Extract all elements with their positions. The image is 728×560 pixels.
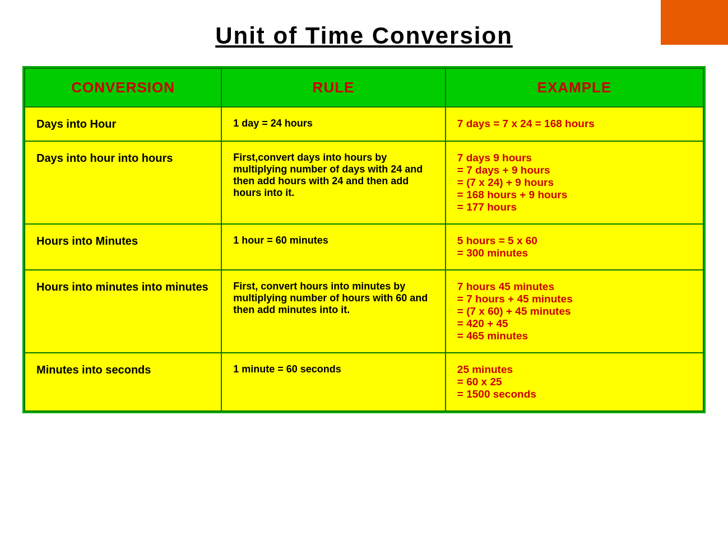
header-rule: RULE: [221, 68, 446, 107]
conversion-cell: Hours into Minutes: [25, 224, 221, 270]
table-row: Days into hour into hoursFirst,convert d…: [25, 141, 703, 224]
table-row: Hours into minutes into minutesFirst, co…: [25, 270, 703, 353]
rule-cell: First,convert days into hours by multipl…: [221, 141, 446, 224]
header-conversion: CONVERSION: [25, 68, 221, 107]
rule-cell: 1 day = 24 hours: [221, 107, 446, 141]
example-cell: 7 days 9 hours= 7 days + 9 hours= (7 x 2…: [446, 141, 703, 224]
page-title: Unit of Time Conversion: [22, 22, 706, 49]
conversion-cell: Hours into minutes into minutes: [25, 270, 221, 353]
example-cell: 25 minutes= 60 x 25= 1500 seconds: [446, 353, 703, 411]
conversion-cell: Minutes into seconds: [25, 353, 221, 411]
conversion-cell: Days into Hour: [25, 107, 221, 141]
conversion-cell: Days into hour into hours: [25, 141, 221, 224]
table-header-row: CONVERSION RULE EXAMPLE: [25, 68, 703, 107]
rule-cell: First, convert hours into minutes by mul…: [221, 270, 446, 353]
conversion-table: CONVERSION RULE EXAMPLE Days into Hour1 …: [24, 68, 704, 412]
table-row: Days into Hour1 day = 24 hours7 days = 7…: [25, 107, 703, 141]
example-cell: 7 days = 7 x 24 = 168 hours: [446, 107, 703, 141]
rule-cell: 1 minute = 60 seconds: [221, 353, 446, 411]
example-cell: 5 hours = 5 x 60= 300 minutes: [446, 224, 703, 270]
orange-corner-decoration: [661, 0, 728, 45]
rule-cell: 1 hour = 60 minutes: [221, 224, 446, 270]
example-cell: 7 hours 45 minutes= 7 hours + 45 minutes…: [446, 270, 703, 353]
page-wrapper: Unit of Time Conversion CONVERSION RULE …: [0, 0, 728, 560]
header-example: EXAMPLE: [446, 68, 703, 107]
conversion-table-container: CONVERSION RULE EXAMPLE Days into Hour1 …: [22, 66, 706, 413]
table-row: Minutes into seconds1 minute = 60 second…: [25, 353, 703, 411]
table-row: Hours into Minutes1 hour = 60 minutes5 h…: [25, 224, 703, 270]
